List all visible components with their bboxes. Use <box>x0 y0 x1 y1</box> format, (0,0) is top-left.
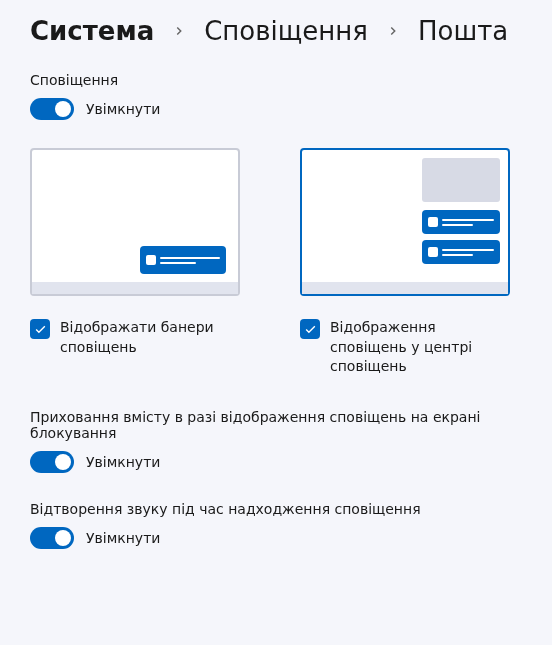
show-banners-checkbox[interactable] <box>30 319 50 339</box>
chevron-right-icon <box>386 24 400 38</box>
breadcrumb: Система Сповіщення Пошта <box>30 16 522 46</box>
notifications-toggle-label: Увімкнути <box>86 101 160 117</box>
hide-content-toggle-label: Увімкнути <box>86 454 160 470</box>
breadcrumb-notifications[interactable]: Сповіщення <box>204 16 368 46</box>
hide-content-toggle[interactable] <box>30 451 74 473</box>
breadcrumb-mail[interactable]: Пошта <box>418 16 508 46</box>
show-banners-label: Відображати банери сповіщень <box>60 318 240 357</box>
preview-banner-style[interactable] <box>30 148 240 296</box>
show-in-center-label: Відображення сповіщень у центрі сповіщен… <box>330 318 510 377</box>
preview-center-style[interactable] <box>300 148 510 296</box>
hide-content-label: Приховання вмісту в разі відображення сп… <box>30 409 522 441</box>
option-row: Відображати банери сповіщень Відображенн… <box>30 318 522 377</box>
play-sound-label: Відтворення звуку під час надходження сп… <box>30 501 522 517</box>
chevron-right-icon <box>172 24 186 38</box>
notifications-toggle[interactable] <box>30 98 74 120</box>
show-in-center-checkbox[interactable] <box>300 319 320 339</box>
play-sound-toggle[interactable] <box>30 527 74 549</box>
notifications-label: Сповіщення <box>30 72 522 88</box>
preview-row <box>30 148 522 296</box>
breadcrumb-system[interactable]: Система <box>30 16 154 46</box>
play-sound-toggle-label: Увімкнути <box>86 530 160 546</box>
